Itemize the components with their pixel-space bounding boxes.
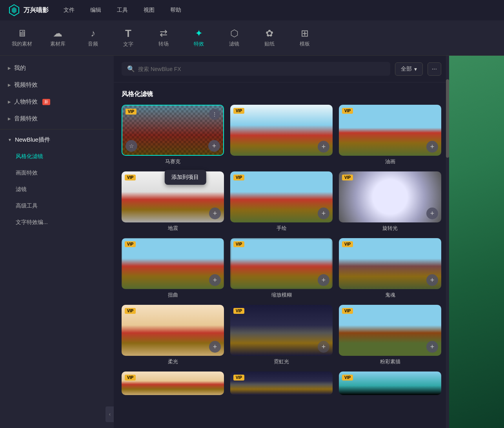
toolbar-label-transition: 转场	[158, 40, 169, 47]
add-btn-ghost[interactable]: +	[426, 274, 438, 286]
sidebar-collapse-button[interactable]: ‹	[106, 406, 114, 422]
effect-thumb-softlight: VIP +	[122, 305, 224, 356]
app-name: 万兴喵影	[24, 6, 49, 15]
vip-badge-mosaic: VIP	[126, 109, 136, 115]
star-icon[interactable]: ☆	[126, 140, 137, 152]
vip-badge-distort: VIP	[125, 241, 136, 247]
sidebar-item-text-effects[interactable]: 文字特效编...	[0, 214, 114, 231]
toolbar-label-text: 文字	[123, 41, 133, 48]
effect-card-pastelsketch[interactable]: VIP + 粉彩素描	[339, 305, 441, 365]
sidebar-label-screen-effects: 画面特效	[16, 169, 38, 177]
filter-icon: ⬡	[230, 29, 238, 38]
add-btn-neonlight[interactable]: +	[318, 341, 329, 353]
add-btn-spinlight[interactable]: +	[426, 208, 438, 219]
add-btn-empty[interactable]: +	[318, 141, 329, 153]
effect-name-mosaic: 马赛克	[122, 158, 224, 165]
toolbar-transition[interactable]: ⇄ 转场	[154, 29, 173, 47]
sidebar: ▶ 我的 ▶ 视频特效 ▶ 人物特效 新 ▶ 音频特效 ▼ NewBlue插件 …	[0, 56, 114, 428]
sidebar-arrow-newblue: ▼	[8, 138, 12, 142]
vip-badge-spinlight: VIP	[342, 175, 353, 180]
toolbar-label-sticker: 贴纸	[264, 40, 275, 47]
menu-file[interactable]: 文件	[60, 5, 78, 15]
sidebar-label-text-effects: 文字特效编...	[16, 219, 48, 226]
effect-card-spinlight[interactable]: VIP + 旋转光	[339, 171, 441, 232]
sidebar-arrow-audio: ▶	[8, 117, 11, 121]
add-to-project-icon[interactable]: +	[208, 140, 220, 152]
toolbar-label-my-material: 我的素材	[12, 40, 32, 47]
sidebar-item-screen-effects[interactable]: 画面特效	[0, 165, 114, 181]
effect-card-neonlight[interactable]: VIP + 霓虹光	[230, 305, 333, 365]
effect-card-mosaic[interactable]: VIP ⋮ ☆ + 马赛克 添加到项目	[122, 105, 224, 165]
toolbar-sticker[interactable]: ✿ 贴纸	[260, 29, 279, 47]
effect-thumb-distort: VIP +	[122, 238, 224, 289]
menu-help[interactable]: 帮助	[167, 5, 184, 15]
effect-name-spinlight: 旋转光	[339, 225, 441, 232]
add-btn-oil[interactable]: +	[426, 141, 438, 153]
sticker-icon: ✿	[266, 29, 273, 38]
sidebar-label-newblue: NewBlue插件	[15, 136, 50, 144]
sidebar-item-video-effects[interactable]: ▶ 视频特效	[0, 76, 114, 93]
add-btn-zoomblur[interactable]: +	[318, 274, 329, 286]
effect-card-softlight[interactable]: VIP + 柔光	[122, 305, 224, 365]
effect-card-extra3[interactable]: VIP	[339, 372, 441, 395]
scrollbar-track[interactable]	[446, 56, 449, 428]
effect-card-zoomblur[interactable]: VIP + 缩放模糊	[230, 238, 333, 299]
add-btn-softlight[interactable]: +	[209, 341, 221, 353]
effects-section: 风格化滤镜 VIP ⋮ ☆ + 马赛克 添加到项目	[114, 82, 449, 403]
sidebar-item-person-effects[interactable]: ▶ 人物特效 新	[0, 93, 114, 110]
sidebar-item-my[interactable]: ▶ 我的	[0, 60, 114, 76]
tooltip-add-to-project: 添加到项目	[164, 170, 206, 185]
vip-badge-earthquake: VIP	[125, 175, 136, 180]
effect-card-distort[interactable]: VIP + 扭曲	[122, 238, 224, 299]
collapse-icon: ‹	[109, 412, 111, 417]
vip-badge-empty: VIP	[233, 108, 244, 114]
sidebar-item-advanced-tools[interactable]: 高级工具	[0, 198, 114, 214]
more-icon: ···	[432, 66, 437, 72]
toolbar-effects[interactable]: ✦ 特效	[189, 29, 209, 47]
vip-badge-oil: VIP	[342, 108, 353, 114]
effect-card-extra1[interactable]: VIP	[122, 372, 224, 395]
effects-icon: ✦	[195, 29, 203, 38]
toolbar-filter[interactable]: ⬡ 滤镜	[224, 29, 244, 47]
add-btn-handdrawn[interactable]: +	[318, 208, 329, 219]
search-input-wrap[interactable]: 🔍	[122, 62, 390, 76]
effect-thumb-oil: VIP +	[339, 105, 441, 156]
menu-bar: 文件 编辑 工具 视图 帮助	[60, 5, 184, 15]
my-material-icon: 🖥	[17, 29, 27, 38]
effect-card-extra2[interactable]: VIP	[230, 372, 333, 395]
vip-badge-pastelsketch: VIP	[342, 308, 353, 314]
effect-thumb-extra3: VIP	[339, 372, 441, 395]
sidebar-item-style-filter[interactable]: 风格化滤镜	[0, 148, 114, 165]
more-options-icon[interactable]: ⋮	[209, 109, 220, 120]
toolbar-label-filter: 滤镜	[229, 40, 239, 47]
sidebar-item-lens[interactable]: 滤镜	[0, 181, 114, 198]
filter-button[interactable]: 全部 ▾	[395, 62, 423, 76]
add-btn-earthquake[interactable]: +	[209, 208, 221, 219]
sidebar-label-person-effects: 人物特效	[14, 98, 38, 106]
toolbar-text[interactable]: T 文字	[118, 28, 138, 48]
effect-card-oil[interactable]: VIP + 油画	[339, 105, 441, 165]
more-button[interactable]: ···	[428, 62, 441, 76]
vip-badge-ghost: VIP	[342, 241, 353, 247]
vip-badge-handdrawn: VIP	[233, 175, 244, 180]
effect-card-ghost[interactable]: VIP + 鬼魂	[339, 238, 441, 299]
menu-tools[interactable]: 工具	[114, 5, 131, 15]
toolbar-label-material-library: 素材库	[50, 40, 66, 47]
search-icon: 🔍	[127, 65, 135, 73]
add-btn-pastelsketch[interactable]: +	[426, 341, 438, 353]
toolbar-material-library[interactable]: ☁ 素材库	[48, 29, 67, 47]
filter-label: 全部	[401, 66, 412, 73]
menu-edit[interactable]: 编辑	[87, 5, 104, 15]
toolbar-audio[interactable]: ♪ 音频	[83, 29, 103, 47]
scrollbar-thumb[interactable]	[446, 79, 449, 158]
toolbar-template[interactable]: ⊞ 模板	[295, 29, 315, 47]
sidebar-item-audio-effects[interactable]: ▶ 音频特效	[0, 110, 114, 127]
tooltip-label: 添加到项目	[171, 174, 199, 180]
sidebar-item-newblue[interactable]: ▼ NewBlue插件	[0, 131, 114, 148]
add-btn-distort[interactable]: +	[209, 274, 221, 286]
toolbar-my-material[interactable]: 🖥 我的素材	[12, 29, 32, 47]
search-input[interactable]	[138, 66, 385, 72]
effect-card-empty[interactable]: VIP +	[230, 105, 333, 165]
effect-card-handdrawn[interactable]: VIP + 手绘	[230, 171, 333, 232]
menu-view[interactable]: 视图	[140, 5, 158, 15]
